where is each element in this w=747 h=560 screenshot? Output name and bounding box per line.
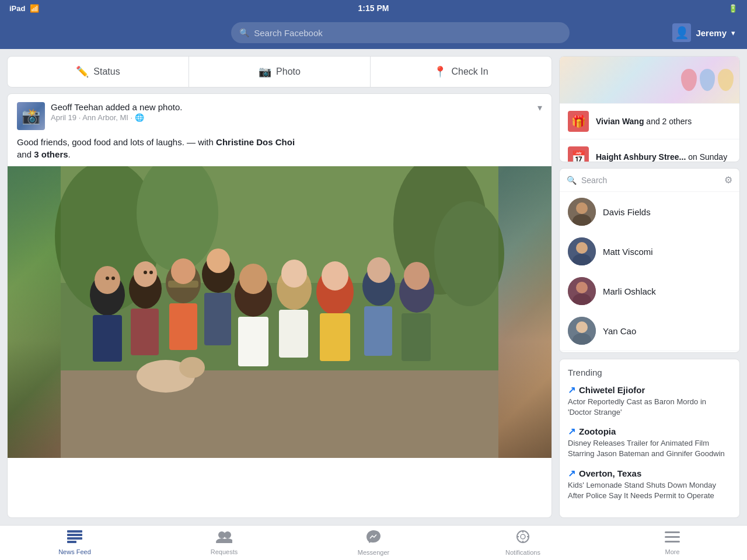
search-icon: 🔍 [239, 28, 249, 37]
nav-chevron-icon[interactable]: ▾ [731, 29, 735, 37]
friend-name-davis: Davis Fields [603, 207, 651, 217]
trending-item-2[interactable]: ↗ Overton, Texas Kids' Lemonade Stand Sh… [568, 468, 731, 501]
svg-point-43 [576, 202, 588, 214]
post-chevron-icon[interactable]: ▾ [537, 102, 542, 113]
svg-rect-70 [665, 541, 680, 542]
post-avatar-img: 📸 [17, 102, 45, 130]
nav-username[interactable]: Jeremy [696, 28, 727, 38]
svg-rect-41 [61, 166, 498, 458]
tab-label-notifications: Notifications [505, 549, 540, 556]
photo-icon: 📷 [259, 65, 271, 78]
post-meta: April 19 · Ann Arbor, MI · 🌐 [51, 113, 182, 122]
svg-point-46 [576, 242, 588, 254]
tab-messenger[interactable]: Messenger [299, 526, 448, 560]
status-button[interactable]: ✏️ Status [8, 57, 189, 87]
friend-avatar-marli [568, 277, 596, 305]
photo-label: Photo [276, 66, 301, 77]
checkin-button[interactable]: 📍 Check In [371, 57, 551, 87]
birthday-card: 🎁 Vivian Wang and 2 others 📅 Haight Ashb… [559, 56, 740, 162]
trending-name-2: ↗ Overton, Texas [568, 468, 731, 479]
birthday-text-1: Vivian Wang and 2 others [596, 116, 692, 127]
trending-desc-2: Kids' Lemonade Stand Shuts Down Monday A… [568, 480, 731, 501]
svg-rect-57 [67, 541, 76, 543]
svg-rect-68 [665, 531, 680, 533]
trending-card: Trending ↗ Chiwetel Ejiofor Actor Report… [559, 359, 740, 518]
post-text: Good friends, good food and lots of laug… [8, 136, 551, 166]
friend-item-davis[interactable]: Davis Fields [560, 192, 739, 232]
right-column: 🎁 Vivian Wang and 2 others 📅 Haight Ashb… [559, 56, 740, 518]
tab-news-feed[interactable]: News Feed [0, 526, 149, 560]
trending-arrow-2: ↗ [568, 468, 575, 479]
trending-name-1: ↗ Zootopia [568, 426, 731, 437]
status-bar: iPad 📶 1:15 PM 🔋 [0, 0, 747, 16]
tab-more[interactable]: More [598, 526, 747, 560]
photo-button[interactable]: 📷 Photo [189, 57, 371, 87]
balloon-red [681, 69, 697, 91]
birthday-header [560, 57, 739, 103]
see-more-button[interactable]: See More [560, 351, 739, 353]
post-photo[interactable] [8, 166, 551, 458]
friend-name-yan: Yan Cao [603, 326, 636, 336]
trending-title: Trending [568, 368, 731, 377]
feed-column: ✏️ Status 📷 Photo 📍 Check In 📸 [7, 56, 552, 518]
status-icon: ✏️ [76, 65, 89, 78]
search-input[interactable] [254, 28, 561, 38]
friend-avatar-yan [568, 317, 596, 345]
post-actions-bar: ✏️ Status 📷 Photo 📍 Check In [7, 56, 552, 88]
friend-name-matt: Matt Viscomi [603, 247, 653, 257]
tab-requests[interactable]: Requests [149, 526, 299, 560]
friend-item-marli[interactable]: Marli Oshlack [560, 271, 739, 311]
birthday-item-2[interactable]: 📅 Haight Ashbury Stree... on Sunday [560, 139, 739, 162]
user-avatar[interactable]: 👤 [672, 23, 691, 42]
device-label: iPad [9, 4, 25, 13]
balloon-yellow [718, 69, 734, 91]
trending-arrow-1: ↗ [568, 426, 575, 437]
nav-bar: 🔍 👤 Jeremy ▾ [0, 16, 747, 49]
tab-label-news-feed: News Feed [58, 548, 91, 555]
trending-name-0: ↗ Chiwetel Ejiofor [568, 384, 731, 396]
svg-rect-54 [67, 530, 82, 533]
svg-rect-55 [67, 534, 82, 536]
friend-item-matt[interactable]: Matt Viscomi [560, 232, 739, 271]
tagged-person[interactable]: Christine Dos Choi [216, 137, 295, 147]
trending-item-1[interactable]: ↗ Zootopia Disney Releases Trailer for A… [568, 426, 731, 459]
friends-search-bar: 🔍 ⚙ [560, 169, 739, 192]
friend-avatar-matt [568, 237, 596, 265]
status-bar-time: 1:15 PM [358, 4, 389, 13]
post-action-text: added a new photo. [103, 102, 183, 112]
friend-avatar-davis [568, 198, 596, 226]
post-author-name[interactable]: Geoff Teehan added a new photo. [51, 102, 182, 112]
birthday-balloons [681, 57, 739, 103]
gear-icon[interactable]: ⚙ [724, 174, 732, 186]
svg-rect-56 [67, 537, 82, 540]
calendar-icon: 📅 [568, 146, 589, 162]
search-bar[interactable]: 🔍 [231, 22, 570, 43]
more-icon [665, 530, 680, 547]
tab-label-messenger: Messenger [358, 549, 389, 556]
friends-search-input[interactable] [581, 176, 720, 185]
svg-point-59 [224, 531, 231, 538]
post-author-avatar[interactable]: 📸 [17, 102, 45, 130]
friends-search-icon: 🔍 [567, 176, 577, 185]
trending-desc-1: Disney Releases Trailer for Animated Fil… [568, 438, 731, 459]
gift-icon: 🎁 [568, 111, 589, 132]
svg-rect-69 [665, 536, 680, 538]
status-label: Status [93, 66, 120, 77]
svg-point-63 [521, 534, 525, 539]
post-card: 📸 Geoff Teehan added a new photo. April … [7, 93, 552, 518]
messenger-icon [366, 530, 381, 547]
tab-notifications[interactable]: Notifications [448, 526, 598, 560]
tab-bar: News Feed Requests Messenger [0, 525, 747, 560]
checkin-label: Check In [451, 66, 488, 77]
birthday-item-1[interactable]: 🎁 Vivian Wang and 2 others [560, 103, 739, 139]
post-header: 📸 Geoff Teehan added a new photo. April … [8, 94, 551, 136]
requests-icon [216, 530, 232, 547]
birthday-text-2: Haight Ashbury Stree... on Sunday [596, 152, 727, 162]
others-count: 3 others [34, 149, 68, 159]
nav-right: 👤 Jeremy ▾ [672, 23, 735, 42]
trending-item-0[interactable]: ↗ Chiwetel Ejiofor Actor Reportedly Cast… [568, 384, 731, 418]
trending-arrow-0: ↗ [568, 384, 575, 396]
friend-item-yan[interactable]: Yan Cao [560, 311, 739, 351]
wifi-icon: 📶 [30, 4, 39, 13]
svg-point-49 [576, 282, 588, 293]
